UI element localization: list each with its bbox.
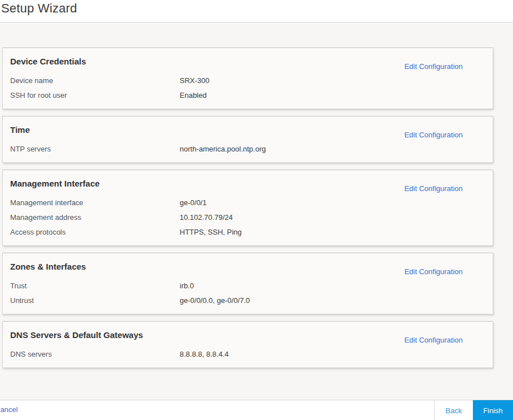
card-time: Time Edit Configuration NTP servers nort… [2, 116, 493, 163]
card-rows: Device name SRX-300 SSH for root user En… [10, 73, 485, 102]
cancel-button[interactable]: Cancel [0, 400, 18, 420]
field-label: DNS servers [10, 350, 180, 358]
field-row: DNS servers 8.8.8.8, 8.8.4.4 [10, 347, 485, 361]
field-row: Untrust ge-0/0/0.0, ge-0/0/7.0 [10, 293, 485, 308]
field-row: Trust irb.0 [10, 278, 485, 293]
card-rows: Management interface ge-0/0/1 Management… [10, 195, 485, 239]
field-row: NTP servers north-america.pool.ntp.org [10, 141, 485, 156]
field-row: SSH for root user Enabled [10, 88, 485, 102]
edit-configuration-link[interactable]: Edit Configuration [405, 336, 463, 344]
field-row: Device name SRX-300 [10, 73, 485, 88]
card-rows: Trust irb.0 Untrust ge-0/0/0.0, ge-0/0/7… [10, 278, 485, 308]
field-row: Management interface ge-0/0/1 [10, 195, 485, 210]
field-label: Trust [10, 282, 180, 290]
wizard-footer: Cancel Back Finish [0, 400, 513, 420]
field-value: ge-0/0/0.0, ge-0/0/7.0 [180, 296, 485, 305]
field-value: ge-0/0/1 [180, 198, 485, 207]
field-label: Untrust [10, 296, 180, 305]
field-label: NTP servers [10, 145, 180, 153]
edit-configuration-link[interactable]: Edit Configuration [405, 267, 463, 276]
edit-configuration-link[interactable]: Edit Configuration [405, 62, 463, 71]
field-value: Enabled [180, 91, 485, 99]
card-management-interface: Management Interface Edit Configuration … [2, 170, 493, 246]
field-label: SSH for root user [10, 91, 180, 99]
field-row: Management address 10.102.70.79/24 [10, 210, 485, 224]
card-rows: NTP servers north-america.pool.ntp.org [10, 141, 485, 156]
field-value: 10.102.70.79/24 [180, 213, 485, 222]
page-header: Setup Wizard [0, 0, 513, 23]
edit-configuration-link[interactable]: Edit Configuration [405, 184, 463, 193]
field-value: north-america.pool.ntp.org [180, 145, 485, 153]
card-dns-gateways: DNS Servers & Default Gateways Edit Conf… [2, 321, 493, 368]
card-rows: DNS servers 8.8.8.8, 8.8.4.4 [10, 347, 485, 361]
page-title: Setup Wizard [0, 0, 513, 16]
field-label: Management interface [10, 198, 180, 207]
field-label: Device name [10, 76, 180, 85]
field-value: HTTPS, SSH, Ping [180, 228, 485, 236]
field-value: irb.0 [180, 282, 485, 290]
field-label: Access protocols [10, 228, 180, 236]
field-value: 8.8.8.8, 8.8.4.4 [180, 350, 485, 358]
back-button[interactable]: Back [434, 400, 473, 420]
card-zones-interfaces: Zones & Interfaces Edit Configuration Tr… [2, 253, 493, 314]
edit-configuration-link[interactable]: Edit Configuration [405, 131, 463, 139]
field-label: Management address [10, 213, 180, 222]
card-device-credentials: Device Credentials Edit Configuration De… [2, 47, 493, 109]
wizard-summary-area: Device Credentials Edit Configuration De… [0, 23, 513, 399]
finish-button[interactable]: Finish [473, 400, 513, 420]
field-value: SRX-300 [180, 76, 485, 85]
field-row: Access protocols HTTPS, SSH, Ping [10, 224, 485, 239]
